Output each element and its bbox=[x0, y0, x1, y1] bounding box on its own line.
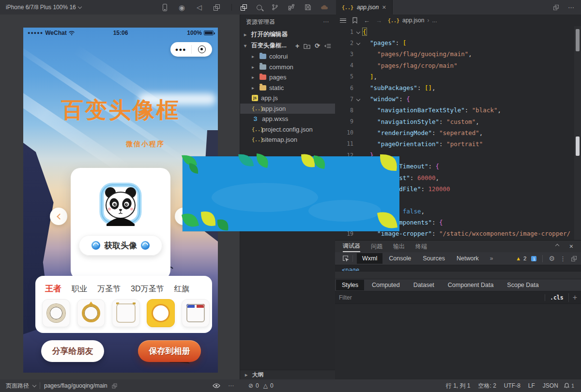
frame-tab[interactable]: 3D万圣节 bbox=[131, 284, 164, 294]
editor-scrollbar[interactable] bbox=[574, 26, 581, 240]
floating-image-overlay[interactable] bbox=[183, 156, 399, 231]
outline-section[interactable]: ▸ 大纲 bbox=[240, 370, 335, 379]
close-panel-icon[interactable]: × bbox=[569, 242, 573, 250]
explorer-more-icon[interactable]: ⋯ bbox=[323, 18, 329, 25]
fold-gutter[interactable] bbox=[353, 42, 363, 45]
fold-gutter[interactable] bbox=[353, 98, 363, 101]
fold-gutter[interactable] bbox=[353, 53, 363, 56]
fold-gutter[interactable] bbox=[353, 30, 363, 33]
refresh-icon[interactable]: ⟳ bbox=[315, 42, 320, 49]
devtools-tab[interactable]: Network bbox=[451, 253, 484, 264]
eye-icon[interactable] bbox=[213, 383, 220, 388]
nav-back-icon[interactable]: ← bbox=[364, 17, 370, 24]
notifications[interactable]: 1 bbox=[564, 383, 574, 389]
frame-thumbnail[interactable] bbox=[42, 299, 70, 327]
fold-gutter[interactable] bbox=[353, 75, 363, 78]
frame-thumbnail[interactable] bbox=[182, 299, 210, 327]
layout-grid-icon[interactable] bbox=[288, 4, 295, 11]
file-explorer-icon[interactable] bbox=[241, 4, 247, 11]
save-icon[interactable] bbox=[305, 4, 311, 11]
filter-input[interactable] bbox=[339, 294, 545, 301]
settings-gear-icon[interactable]: ⚙ bbox=[549, 255, 555, 262]
devtools-tab[interactable]: Console bbox=[383, 253, 416, 264]
share-button[interactable]: 分享给朋友 bbox=[41, 340, 104, 362]
frame-tab[interactable]: 万圣节 bbox=[97, 284, 121, 294]
record-icon[interactable]: ◉ bbox=[179, 4, 185, 11]
debugger-tab[interactable]: 输出 bbox=[393, 241, 405, 252]
toggle-class-button[interactable]: .cls bbox=[545, 294, 568, 301]
warning-icon[interactable]: ▲ bbox=[516, 256, 521, 261]
close-tab-icon[interactable]: × bbox=[382, 4, 386, 11]
status-item[interactable]: 行 1, 列 1 bbox=[446, 382, 471, 390]
device-icon[interactable] bbox=[163, 4, 167, 11]
file-tree-row[interactable]: ▸ static bbox=[240, 83, 335, 93]
nav-forward-icon[interactable]: → bbox=[376, 17, 382, 24]
frame-thumbnail[interactable] bbox=[147, 299, 175, 327]
file-tree-row[interactable]: Ɛ app.wxss bbox=[240, 114, 335, 124]
devtools-tab[interactable]: Sources bbox=[417, 253, 450, 264]
file-tree-row[interactable]: {..} sitemap.json bbox=[240, 135, 335, 145]
file-tree-row[interactable]: ▸ common bbox=[240, 62, 335, 73]
status-item[interactable]: 空格: 2 bbox=[478, 382, 496, 390]
breadcrumb-file[interactable]: {..} app.json › ... bbox=[388, 17, 437, 24]
page-path-label[interactable]: 页面路径 bbox=[6, 382, 29, 390]
debugger-tab[interactable]: 问题 bbox=[371, 241, 382, 252]
undock-icon[interactable] bbox=[571, 256, 577, 261]
tab-app-json[interactable]: {..} app.json × bbox=[336, 0, 393, 15]
more-actions-icon[interactable]: ⋯ bbox=[568, 4, 574, 11]
collapse-all-icon[interactable] bbox=[324, 43, 331, 49]
search-icon[interactable] bbox=[257, 5, 262, 10]
debugger-tab[interactable]: 终端 bbox=[415, 241, 427, 252]
exit-target-icon[interactable] bbox=[192, 45, 213, 53]
inspector-tab[interactable]: Styles bbox=[336, 280, 364, 290]
fold-gutter[interactable] bbox=[353, 142, 363, 145]
fold-gutter[interactable] bbox=[353, 64, 363, 67]
file-tree-row[interactable]: {..} project.config.json bbox=[240, 124, 335, 135]
fold-gutter[interactable] bbox=[353, 120, 363, 123]
debugger-tab[interactable]: 调试器 bbox=[343, 241, 360, 252]
device-selector[interactable]: iPhone 6/7/8 Plus 100% 16 bbox=[6, 4, 151, 11]
file-tree-row[interactable]: js app.js bbox=[240, 93, 335, 104]
panel-divider[interactable] bbox=[335, 271, 581, 279]
status-item[interactable]: JSON bbox=[543, 382, 558, 389]
open-editors-section[interactable]: ▸ 打开的编辑器 bbox=[240, 29, 335, 40]
status-item[interactable]: LF bbox=[528, 382, 535, 389]
save-to-album-button[interactable]: 保存到相册 bbox=[138, 340, 201, 362]
outline-list-icon[interactable] bbox=[340, 18, 346, 23]
add-style-button[interactable]: + bbox=[568, 293, 577, 302]
new-folder-icon[interactable] bbox=[304, 43, 310, 49]
fold-gutter[interactable] bbox=[353, 109, 363, 112]
bookmark-icon[interactable] bbox=[352, 17, 358, 24]
copy-path-icon[interactable] bbox=[112, 383, 117, 388]
fold-gutter[interactable] bbox=[353, 232, 363, 235]
collapse-panel-icon[interactable] bbox=[555, 244, 559, 248]
wxml-element-tree[interactable]: <page bbox=[335, 265, 581, 271]
fold-gutter[interactable] bbox=[353, 87, 363, 90]
split-editor-icon[interactable] bbox=[553, 4, 559, 10]
frame-tab[interactable]: 红旗 bbox=[174, 284, 189, 294]
prev-frame-button[interactable] bbox=[50, 208, 67, 225]
inspector-tab[interactable]: Component Data bbox=[442, 280, 500, 290]
devtools-tab[interactable]: Wxml bbox=[357, 253, 382, 264]
problem-counts[interactable]: ⊘0 △0 bbox=[248, 382, 274, 389]
file-tree-row[interactable]: ▸ colorui bbox=[240, 51, 335, 62]
compile-cloud-icon[interactable] bbox=[321, 4, 328, 10]
inspector-tab[interactable]: Computed bbox=[366, 280, 406, 290]
more-options-icon[interactable]: ⋮ bbox=[560, 255, 566, 262]
more-icon[interactable]: ⋯ bbox=[228, 382, 234, 389]
message-badge-icon[interactable]: 1 bbox=[531, 256, 536, 261]
more-icon[interactable]: ●●● bbox=[170, 46, 191, 52]
mute-icon[interactable]: ◁ bbox=[197, 4, 202, 11]
file-tree-row[interactable]: ▸ pages bbox=[240, 72, 335, 83]
file-tree-row[interactable]: {..} app.json bbox=[240, 104, 335, 114]
inspector-tab[interactable]: Dataset bbox=[408, 280, 440, 290]
more-tabs-icon[interactable]: » bbox=[490, 255, 493, 262]
project-root-row[interactable]: ▾ 百变头像框... + ⟳ bbox=[240, 40, 335, 51]
chevron-down-icon[interactable] bbox=[32, 383, 36, 387]
frame-tab[interactable]: 职业 bbox=[72, 284, 87, 294]
restore-window-icon[interactable] bbox=[214, 4, 220, 11]
new-file-icon[interactable]: + bbox=[295, 42, 299, 50]
fold-gutter[interactable] bbox=[353, 131, 363, 134]
inspector-tab[interactable]: Scope Data bbox=[501, 280, 544, 290]
frame-thumbnail[interactable] bbox=[77, 299, 105, 327]
